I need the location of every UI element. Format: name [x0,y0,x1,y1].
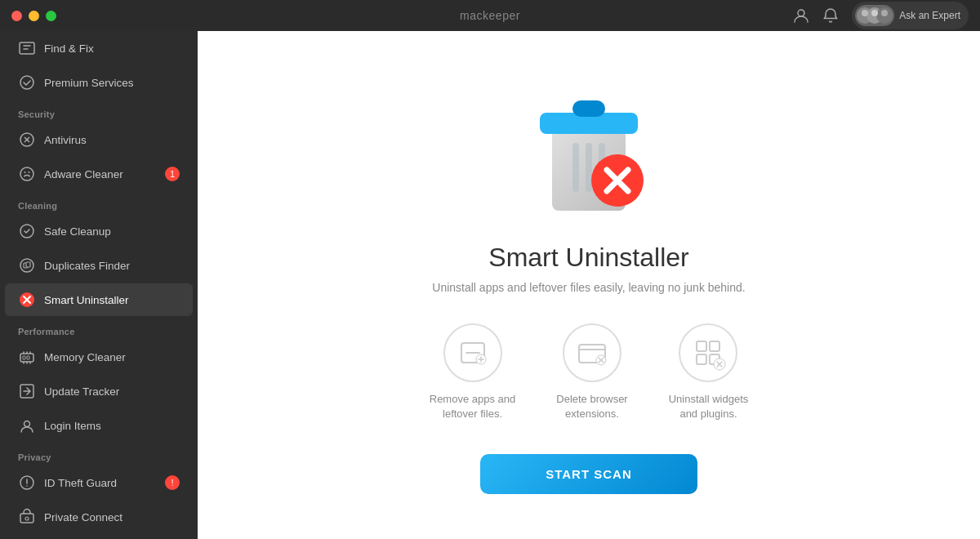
title-bar-right: Ask an Expert [793,2,969,29]
features-row: Remove apps andleftover files. Delete br… [430,323,749,421]
remove-apps-icon [443,323,502,382]
antivirus-label: Antivirus [44,134,87,146]
sidebar-item-safe-cleanup[interactable]: Safe Cleanup [5,215,193,247]
login-icon [18,416,36,434]
app-body: Find & Fix Premium Services Security An [0,31,980,539]
svg-point-4 [862,10,868,16]
section-performance: Performance [0,317,198,340]
title-bar: mackeeper [0,0,980,31]
svg-point-30 [25,517,29,520]
login-label: Login Items [44,420,101,432]
uninstall-widgets-label: Uninstall widgetsand plugins. [669,392,749,421]
theft-icon [18,474,36,492]
maximize-button[interactable] [46,11,56,21]
update-icon [18,382,36,400]
memory-label: Memory Cleaner [44,351,126,363]
svg-rect-24 [27,356,29,359]
duplicates-label: Duplicates Finder [44,260,130,272]
svg-rect-35 [572,100,605,117]
page-subtitle: Uninstall apps and leftover files easily… [432,281,745,294]
smart-uninstaller-icon [18,291,36,309]
premium-icon [18,74,36,91]
svg-point-26 [24,421,30,427]
sidebar-item-login[interactable]: Login Items [5,409,193,442]
ask-expert-button[interactable]: Ask an Expert [852,2,969,29]
vpn-icon [18,508,36,526]
find-fix-icon [18,39,36,57]
svg-rect-51 [710,341,719,351]
expert-avatars [855,5,894,26]
antivirus-icon [18,131,36,149]
svg-rect-52 [697,354,706,364]
minimize-button[interactable] [29,11,39,21]
traffic-lights [11,11,56,21]
svg-rect-23 [23,356,25,359]
sidebar-item-theft[interactable]: ID Theft Guard ! [5,466,193,499]
sidebar-item-smart-uninstaller[interactable]: Smart Uninstaller [5,283,193,316]
profile-icon[interactable] [793,7,809,24]
svg-point-6 [881,10,888,16]
svg-point-13 [24,172,26,173]
feature-remove-apps: Remove apps andleftover files. [430,323,516,421]
notifications-icon[interactable] [822,7,839,24]
adware-badge: 1 [165,167,180,181]
sidebar-item-duplicates[interactable]: Duplicates Finder [5,249,193,282]
svg-rect-18 [26,262,30,267]
app-title: mackeeper [460,9,520,22]
adware-icon [18,165,36,183]
svg-point-28 [26,485,28,487]
sidebar-item-adware[interactable]: Adware Cleaner 1 [5,158,193,190]
section-cleaning: Cleaning [0,191,198,214]
ask-expert-label: Ask an Expert [899,10,960,21]
section-security: Security [0,100,198,122]
sidebar-item-find-fix[interactable]: Find & Fix [5,32,193,65]
page-title: Smart Uninstaller [488,243,688,273]
uninstall-widgets-icon [679,323,737,382]
sidebar-item-update[interactable]: Update Tracker [5,375,193,408]
hero-illustration [515,76,662,223]
feature-delete-browser: Delete browserextensions. [556,323,627,421]
remove-apps-label: Remove apps andleftover files. [430,392,516,421]
theft-label: ID Theft Guard [44,477,117,489]
svg-point-0 [798,10,804,16]
feature-uninstall-widgets: Uninstall widgetsand plugins. [669,323,749,421]
smart-uninstaller-label: Smart Uninstaller [44,294,129,306]
premium-label: Premium Services [44,77,134,89]
svg-rect-50 [697,341,706,351]
delete-browser-icon [563,323,621,382]
find-fix-label: Find & Fix [44,42,94,55]
svg-rect-36 [572,143,579,192]
memory-icon [18,348,36,366]
svg-point-14 [29,172,30,173]
section-privacy: Privacy [0,443,198,466]
main-content: Smart Uninstaller Uninstall apps and lef… [198,31,980,539]
svg-rect-29 [20,514,33,523]
sidebar: Find & Fix Premium Services Security An [0,31,198,539]
safe-cleanup-icon [18,222,36,240]
sidebar-item-premium[interactable]: Premium Services [5,66,193,99]
svg-point-12 [20,167,33,180]
sidebar-item-vpn[interactable]: Private Connect [5,501,193,533]
svg-point-5 [871,10,878,16]
delete-browser-label: Delete browserextensions. [556,392,627,421]
adware-label: Adware Cleaner [44,168,123,180]
vpn-label: Private Connect [44,511,122,523]
sidebar-item-antivirus[interactable]: Antivirus [5,123,193,156]
svg-rect-7 [20,42,34,54]
sidebar-item-stopad[interactable]: StopAd [5,535,193,539]
start-scan-button[interactable]: START SCAN [480,454,697,494]
svg-point-8 [20,76,33,89]
duplicates-icon [18,256,36,274]
update-label: Update Tracker [44,385,119,398]
sidebar-item-memory[interactable]: Memory Cleaner [5,341,193,373]
theft-badge: ! [165,475,180,490]
close-button[interactable] [11,11,22,21]
svg-rect-37 [586,143,592,192]
safe-cleanup-label: Safe Cleanup [44,225,111,238]
